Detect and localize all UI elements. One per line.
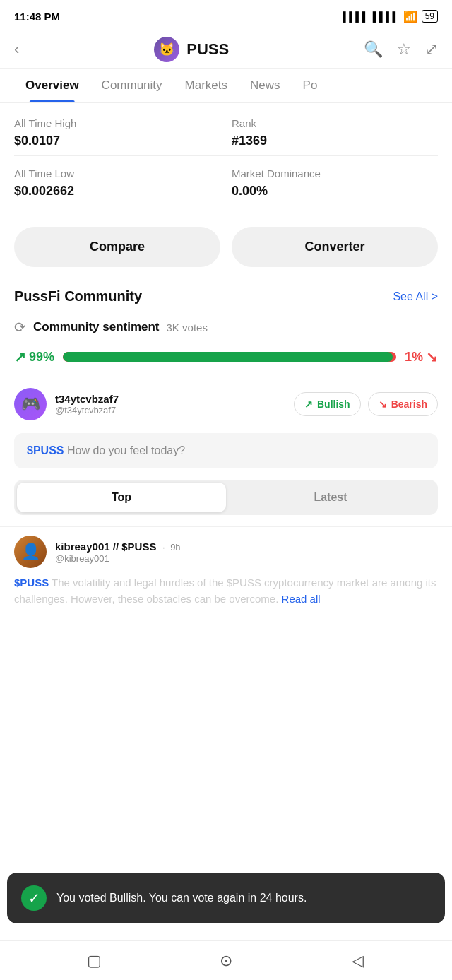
tabs-row: Overview Community Markets News Po [0,69,452,103]
rank-label: Rank [232,117,438,129]
rank-block: Rank #1369 [232,117,438,148]
bull-bar-fill [63,352,393,362]
action-buttons: Compare Converter [0,213,452,274]
toast-check-icon: ✓ [21,885,47,911]
current-user-handle: @t34ytcvbzaf7 [55,405,285,415]
sentiment-gauge-icon: ⟳ [14,319,26,336]
nav-home-button[interactable]: ⊙ [213,948,239,974]
all-time-low-label: All Time Low [14,167,220,179]
circle-icon: ⊙ [220,952,232,970]
sentiment-bar-row: ↗ 99% 1% ↘ [0,343,452,379]
post-time: · [162,542,167,553]
market-dominance-label: Market Dominance [232,167,438,179]
market-dominance-block: Market Dominance 0.00% [232,167,438,199]
bear-vote-icon: ↘ [379,399,387,410]
tab-news[interactable]: News [239,69,292,102]
post-prompt-text: How do you feel today? [67,444,185,456]
compare-button[interactable]: Compare [14,227,220,267]
post-name-row: kibreay001 // $PUSS · 9h [55,541,181,553]
toast-message: You voted Bullish. You can vote again in… [56,890,307,906]
post-user-info: kibreay001 // $PUSS · 9h @kibreay001 [55,541,181,564]
coin-logo: 🐱 [154,37,179,62]
toast-notification: ✓ You voted Bullish. You can vote again … [7,873,445,923]
bullish-button[interactable]: ↗ Bullish [294,392,361,416]
back-nav-icon: ◁ [352,952,364,970]
post-username: kibreay001 // $PUSS [55,541,156,553]
battery-icon: 59 [422,10,438,23]
post-timestamp: 9h [170,542,180,553]
signal2-icon: ▌▌▌▌ [373,11,399,22]
status-icons: ▌▌▌▌ ▌▌▌▌ 📶 59 [343,10,438,23]
wifi-icon: 📶 [403,10,417,23]
signal-icon: ▌▌▌▌ [343,11,369,22]
bearish-button[interactable]: ↘ Bearish [368,392,438,416]
community-section-header: PussFi Community See All > [0,274,452,312]
post-header: 👤 kibreay001 // $PUSS · 9h @kibreay001 [14,536,438,568]
sentiment-votes: 3K votes [167,321,208,333]
post-content: $PUSS The volatility and legal hurdles o… [14,575,438,607]
tab-markets[interactable]: Markets [174,69,239,102]
market-dominance-value: 0.00% [232,184,438,199]
bear-arrow-icon: ↘ [426,348,438,365]
all-time-low-block: All Time Low $0.002662 [14,167,220,199]
read-all-link[interactable]: Read all [282,593,321,605]
bull-arrow-icon: ↗ [14,348,26,365]
post-handle: @kibreay001 [55,553,181,564]
nav-square-button[interactable]: ▢ [81,948,107,974]
post-input-row: 🎮 t34ytcvbzaf7 @t34ytcvbzaf7 ↗ Bullish ↘… [0,379,452,429]
rank-value: #1369 [232,134,438,148]
back-button[interactable]: ‹ [14,40,19,59]
stats-upper: All Time High $0.0107 Rank #1369 [0,103,452,155]
post-prompt[interactable]: $PUSS How do you feel today? [14,433,438,468]
top-tab[interactable]: Top [17,483,226,512]
status-time: 11:48 PM [14,11,60,23]
post-avatar: 👤 [14,536,47,568]
header-left: ‹ [14,40,19,59]
converter-button[interactable]: Converter [232,227,438,267]
post-item: 👤 kibreay001 // $PUSS · 9h @kibreay001 $… [0,526,452,615]
see-all-button[interactable]: See All > [393,290,438,303]
sentiment-label: Community sentiment [33,320,160,334]
tab-overview[interactable]: Overview [14,69,90,102]
latest-tab[interactable]: Latest [226,483,435,512]
sentiment-bar [63,352,396,362]
square-icon: ▢ [87,952,102,970]
stats-lower: All Time Low $0.002662 Market Dominance … [0,156,452,213]
status-bar: 11:48 PM ▌▌▌▌ ▌▌▌▌ 📶 59 [0,0,452,31]
post-content-text: The volatility and legal hurdles of the … [14,577,436,605]
bottom-nav: ▢ ⊙ ◁ [0,940,452,980]
sentiment-row: ⟳ Community sentiment 3K votes [0,312,452,343]
current-user-info: t34ytcvbzaf7 @t34ytcvbzaf7 [55,393,285,415]
tab-portfolio[interactable]: Po [292,69,329,102]
search-icon[interactable]: 🔍 [364,40,383,59]
bear-percentage: 1% ↘ [405,348,438,365]
all-time-high-value: $0.0107 [14,134,220,148]
header-title: 🐱 PUSS [154,37,229,62]
top-latest-toggle: Top Latest [14,480,438,515]
post-ticker: $PUSS [27,444,64,456]
header-right: 🔍 ☆ ⤢ [364,40,438,59]
current-username: t34ytcvbzaf7 [55,393,285,405]
post-content-ticker: $PUSS [14,577,49,589]
bull-vote-icon: ↗ [304,399,313,410]
star-icon[interactable]: ☆ [397,40,411,59]
all-time-high-label: All Time High [14,117,220,129]
nav-back-button[interactable]: ◁ [345,948,371,974]
all-time-high-block: All Time High $0.0107 [14,117,220,148]
vote-buttons: ↗ Bullish ↘ Bearish [294,392,438,416]
tab-community[interactable]: Community [90,69,174,102]
all-time-low-value: $0.002662 [14,184,220,199]
share-icon[interactable]: ⤢ [425,40,438,59]
header: ‹ 🐱 PUSS 🔍 ☆ ⤢ [0,31,452,69]
community-section-title: PussFi Community [14,288,142,305]
current-user-avatar: 🎮 [14,388,47,420]
bull-percentage: ↗ 99% [14,348,54,365]
